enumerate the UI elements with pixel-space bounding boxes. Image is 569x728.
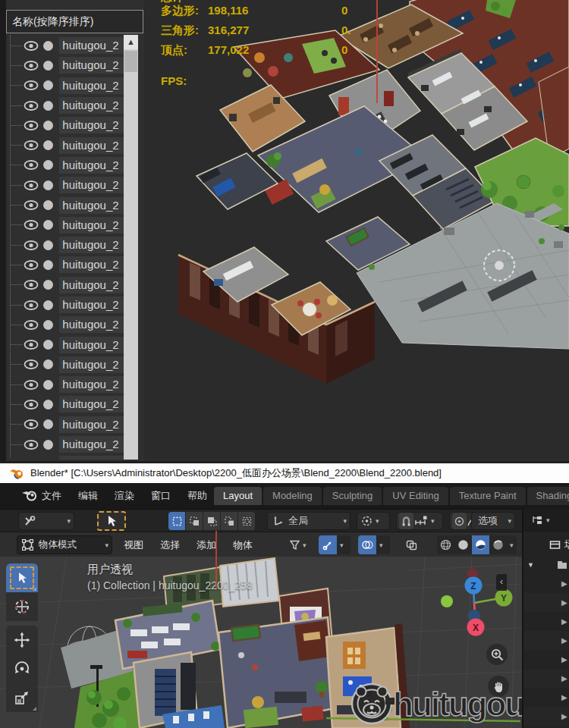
gizmo-toggle-group[interactable]: ▾ xyxy=(319,535,351,554)
render-toggle-icon[interactable] xyxy=(43,340,53,350)
outliner-item-label[interactable]: huitugou_2 xyxy=(59,297,124,313)
window-titlebar[interactable]: Blender* [C:\Users\Administrator\Desktop… xyxy=(0,463,569,483)
visibility-eye-icon[interactable] xyxy=(24,80,39,90)
shading-solid-button[interactable] xyxy=(454,535,472,554)
viewport-menu-添加[interactable]: 添加 xyxy=(188,538,225,552)
menubar-menu-渲染[interactable]: 渲染 xyxy=(106,489,143,503)
visibility-eye-icon[interactable] xyxy=(24,200,39,210)
render-toggle-icon[interactable] xyxy=(43,80,53,90)
shading-rendered-button[interactable] xyxy=(489,535,507,554)
disclosure-collapsed-icon[interactable]: ▶ xyxy=(561,612,567,631)
select-mode-extend[interactable] xyxy=(186,512,203,530)
outliner-header[interactable]: ▾ xyxy=(523,509,569,532)
render-toggle-icon[interactable] xyxy=(43,200,53,210)
visibility-eye-icon[interactable] xyxy=(24,440,39,450)
collection-row[interactable]: ▼ xyxy=(523,556,569,574)
outliner-item[interactable]: huitugou_2 xyxy=(6,454,124,460)
visibility-eye-icon[interactable] xyxy=(24,160,39,170)
visibility-eye-icon[interactable] xyxy=(24,101,39,111)
render-toggle-icon[interactable] xyxy=(43,160,53,170)
outliner-item-label[interactable]: huitugou_2 xyxy=(59,177,124,193)
render-toggle-icon[interactable] xyxy=(43,440,53,450)
active-tool-button[interactable] xyxy=(97,511,126,531)
menubar-menu-文件[interactable]: 文件 xyxy=(33,489,70,503)
mode-dropdown[interactable]: 物体模式 ▾ xyxy=(17,535,112,554)
sidebar-collapse-arrow[interactable]: ‹ xyxy=(496,574,507,591)
visibility-eye-icon[interactable] xyxy=(24,121,39,130)
render-toggle-icon[interactable] xyxy=(43,180,53,190)
viewport-menu-选择[interactable]: 选择 xyxy=(152,538,188,552)
outliner-item[interactable]: huitugou_2 xyxy=(6,96,124,115)
select-mode-subtract[interactable] xyxy=(203,512,221,530)
viewport-menu-视图[interactable]: 视图 xyxy=(115,538,152,552)
outliner-item-label[interactable]: huitugou_2 xyxy=(59,416,124,433)
outliner-item[interactable]: huitugou_2 xyxy=(6,36,124,55)
outliner-item[interactable]: huitugou_2 xyxy=(6,355,124,375)
overlays-toggle-group[interactable]: ▾ xyxy=(358,535,390,554)
workspace-tab-layout[interactable]: Layout xyxy=(214,487,262,505)
outliner-item-label[interactable]: huitugou_2 xyxy=(59,376,124,393)
disclosure-collapsed-icon[interactable]: ▶ xyxy=(561,574,567,593)
zoom-button[interactable] xyxy=(486,644,508,665)
disclosure-collapsed-icon[interactable]: ▶ xyxy=(561,707,567,726)
outliner-item[interactable]: huitugou_2 xyxy=(6,195,124,215)
menubar-menu-帮助[interactable]: 帮助 xyxy=(179,489,215,503)
visibility-eye-icon[interactable] xyxy=(24,419,39,429)
transform-orientation-dropdown[interactable]: 全局 ▾ xyxy=(267,512,351,530)
visibility-eye-icon[interactable] xyxy=(24,359,39,369)
render-toggle-icon[interactable] xyxy=(43,320,53,330)
workspace-tab-modeling[interactable]: Modeling xyxy=(263,487,322,505)
outliner-item[interactable]: huitugou_2 xyxy=(6,76,124,96)
options-dropdown[interactable]: 选项 ▾ xyxy=(471,512,515,530)
visibility-eye-icon[interactable] xyxy=(24,220,39,230)
viewport-menu-物体[interactable]: 物体 xyxy=(225,538,261,552)
menubar-menu-窗口[interactable]: 窗口 xyxy=(143,489,179,503)
render-toggle-icon[interactable] xyxy=(43,41,53,51)
xray-toggle[interactable] xyxy=(401,535,422,554)
snapping-group[interactable]: ▾ xyxy=(396,512,443,530)
workspace-tab-texture-paint[interactable]: Texture Paint xyxy=(450,487,526,505)
visibility-eye-icon[interactable] xyxy=(24,380,39,390)
outliner-item-label[interactable]: huitugou_2 xyxy=(59,97,124,114)
outliner-item[interactable]: huitugou_2 xyxy=(6,175,124,195)
outliner-item-label[interactable]: huitugou_2 xyxy=(59,277,124,293)
navigation-gizmo[interactable]: Z Y X xyxy=(436,557,521,642)
render-toggle-icon[interactable] xyxy=(43,140,53,150)
visibility-eye-icon[interactable] xyxy=(24,61,39,71)
outliner-item-label[interactable]: huitugou_2 xyxy=(59,316,124,333)
render-toggle-icon[interactable] xyxy=(43,400,53,410)
disclosure-collapsed-icon[interactable]: ▶ xyxy=(561,688,567,707)
outliner-collapsed-row[interactable]: ▶ xyxy=(523,688,569,707)
outliner-item-label[interactable]: huitugou_2 xyxy=(59,157,124,174)
outliner-collapsed-row[interactable]: ▶ xyxy=(523,593,569,612)
menubar-menu-编辑[interactable]: 编辑 xyxy=(70,489,106,503)
visibility-eye-icon[interactable] xyxy=(24,240,39,250)
move-tool[interactable] xyxy=(6,626,38,654)
outliner-item-label[interactable]: huitugou_2 xyxy=(59,337,124,353)
outliner-collapsed-row[interactable]: ▶ xyxy=(523,669,569,688)
visibility-eye-icon[interactable] xyxy=(24,340,39,350)
disclosure-collapsed-icon[interactable]: ▶ xyxy=(561,669,567,688)
outliner-item[interactable]: huitugou_2 xyxy=(6,435,124,454)
outliner-item-label[interactable]: huitugou_2 xyxy=(59,77,124,94)
proportional-edit-toggle[interactable] xyxy=(452,513,467,529)
show-overlays-toggle[interactable] xyxy=(358,535,376,554)
outliner-item[interactable]: huitugou_2 xyxy=(6,115,124,135)
scrollbar-thumb[interactable] xyxy=(124,51,137,72)
outliner-item[interactable]: huitugou_2 xyxy=(6,235,124,255)
gizmo-minus-y-ball[interactable] xyxy=(441,595,453,607)
render-toggle-icon[interactable] xyxy=(43,300,53,310)
visibility-eye-icon[interactable] xyxy=(24,140,39,150)
show-gizmo-toggle[interactable] xyxy=(319,535,337,554)
select-mode-set[interactable] xyxy=(168,512,186,530)
outliner-item[interactable]: huitugou_2 xyxy=(6,334,124,354)
cursor-tool[interactable] xyxy=(6,592,38,621)
visibility-eye-icon[interactable] xyxy=(24,180,39,190)
outliner-item[interactable]: huitugou_2 xyxy=(6,55,124,75)
outliner-item[interactable]: huitugou_2 xyxy=(6,275,124,295)
workspace-tab-shading[interactable]: Shading xyxy=(527,487,569,505)
outliner-item[interactable]: huitugou_2 xyxy=(6,394,124,414)
select-mode-invert[interactable] xyxy=(221,512,238,530)
outliner-item-label[interactable]: huitugou_2 xyxy=(59,256,124,273)
outliner-collapsed-row[interactable]: ▶ xyxy=(523,707,569,726)
